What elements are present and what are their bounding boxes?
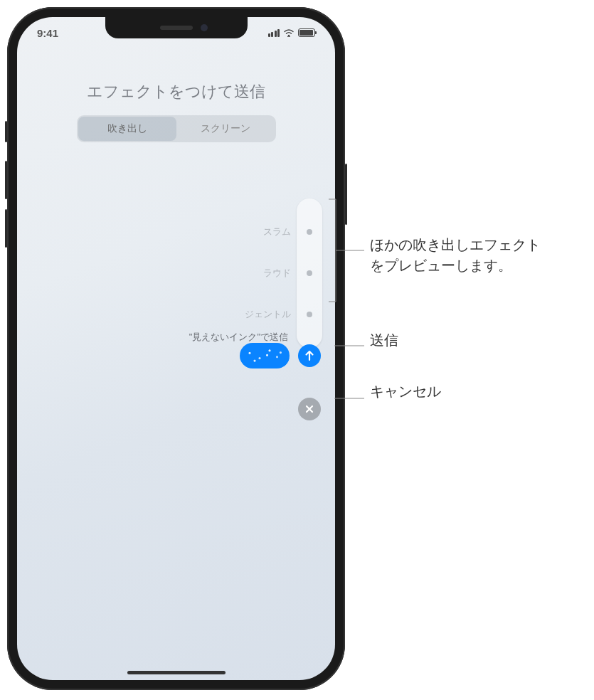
annotation-cancel: キャンセル: [370, 381, 441, 402]
effect-option-loud[interactable]: ラウド: [307, 260, 312, 287]
battery-icon: [298, 28, 315, 37]
phone-frame: 9:41 エフェクトをつけて送信 吹き出し: [7, 7, 345, 690]
send-button[interactable]: [298, 344, 321, 367]
effect-option-slam[interactable]: スラム: [307, 218, 312, 245]
home-indicator[interactable]: [127, 671, 226, 674]
message-bubble-preview: [240, 343, 290, 368]
device-side-button: [345, 164, 347, 225]
radio-dot-icon: [307, 229, 312, 235]
device-mute-switch: [5, 121, 7, 142]
cancel-button[interactable]: [298, 398, 321, 420]
effects-rail: スラム ラウド ジェントル "見えないインク"で送信: [297, 198, 322, 348]
invisible-ink-label: "見えないインク"で送信: [189, 331, 288, 344]
radio-dot-icon: [307, 312, 312, 317]
cellular-signal-icon: [268, 29, 280, 37]
device-volume-up: [5, 161, 7, 199]
arrow-up-icon: [303, 349, 316, 362]
invisible-ink-effect-icon: [240, 343, 290, 368]
device-volume-down: [5, 209, 7, 248]
device-notch: [105, 17, 248, 38]
tab-bubble[interactable]: 吹き出し: [78, 117, 176, 141]
close-icon: [304, 403, 315, 415]
tab-screen[interactable]: スクリーン: [176, 117, 275, 141]
effect-label: スラム: [263, 226, 291, 238]
annotation-preview: ほかの吹き出しエフェクト をプレビューします。: [370, 235, 541, 276]
effect-label: ジェントル: [245, 308, 291, 321]
wifi-icon: [283, 28, 295, 37]
annotation-text: ほかの吹き出しエフェクト: [370, 237, 541, 253]
radio-dot-icon: [307, 270, 312, 276]
page-title: エフェクトをつけて送信: [17, 81, 335, 102]
effect-option-gentle[interactable]: ジェントル: [307, 301, 312, 328]
effect-label: ラウド: [263, 267, 291, 280]
segmented-control: 吹き出し スクリーン: [77, 115, 276, 142]
phone-screen: 9:41 エフェクトをつけて送信 吹き出し: [17, 17, 335, 680]
front-camera-icon: [201, 24, 208, 31]
annotation-text: をプレビューします。: [370, 258, 512, 273]
annotation-send: 送信: [370, 330, 398, 351]
svg-point-0: [288, 35, 290, 36]
status-time: 9:41: [37, 27, 58, 39]
